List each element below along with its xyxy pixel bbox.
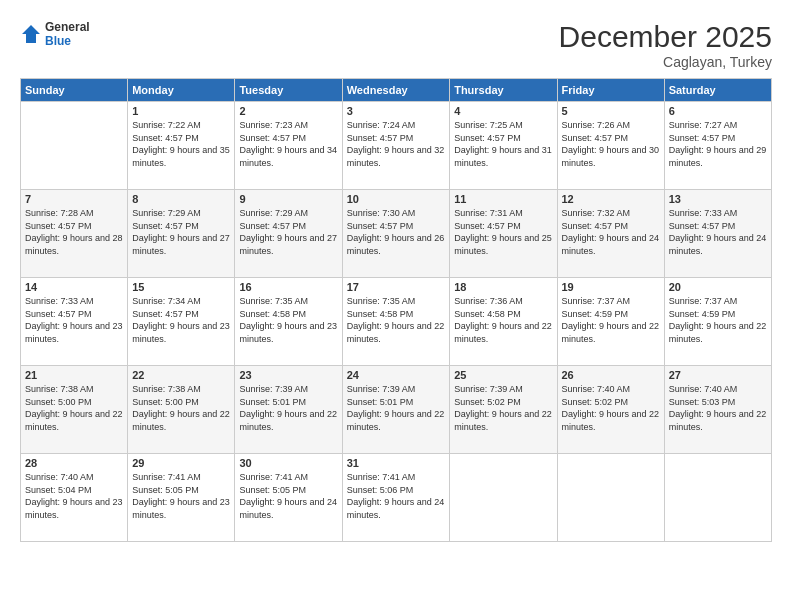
title-area: December 2025 Caglayan, Turkey: [559, 20, 772, 70]
calendar-week-row: 1 Sunrise: 7:22 AMSunset: 4:57 PMDayligh…: [21, 102, 772, 190]
calendar-day-header: Saturday: [664, 79, 771, 102]
day-info: Sunrise: 7:38 AMSunset: 5:00 PMDaylight:…: [25, 383, 123, 433]
day-info: Sunrise: 7:33 AMSunset: 4:57 PMDaylight:…: [25, 295, 123, 345]
calendar-cell: 9 Sunrise: 7:29 AMSunset: 4:57 PMDayligh…: [235, 190, 342, 278]
calendar-cell: [557, 454, 664, 542]
calendar-cell: 19 Sunrise: 7:37 AMSunset: 4:59 PMDaylig…: [557, 278, 664, 366]
calendar-table: SundayMondayTuesdayWednesdayThursdayFrid…: [20, 78, 772, 542]
day-info: Sunrise: 7:30 AMSunset: 4:57 PMDaylight:…: [347, 207, 445, 257]
day-number: 23: [239, 369, 337, 381]
day-info: Sunrise: 7:40 AMSunset: 5:02 PMDaylight:…: [562, 383, 660, 433]
calendar-cell: [664, 454, 771, 542]
day-info: Sunrise: 7:40 AMSunset: 5:03 PMDaylight:…: [669, 383, 767, 433]
calendar-cell: 7 Sunrise: 7:28 AMSunset: 4:57 PMDayligh…: [21, 190, 128, 278]
calendar-cell: 27 Sunrise: 7:40 AMSunset: 5:03 PMDaylig…: [664, 366, 771, 454]
day-info: Sunrise: 7:37 AMSunset: 4:59 PMDaylight:…: [562, 295, 660, 345]
day-info: Sunrise: 7:23 AMSunset: 4:57 PMDaylight:…: [239, 119, 337, 169]
day-number: 10: [347, 193, 445, 205]
calendar-cell: 26 Sunrise: 7:40 AMSunset: 5:02 PMDaylig…: [557, 366, 664, 454]
calendar-day-header: Monday: [128, 79, 235, 102]
day-number: 20: [669, 281, 767, 293]
calendar-cell: 3 Sunrise: 7:24 AMSunset: 4:57 PMDayligh…: [342, 102, 449, 190]
day-info: Sunrise: 7:36 AMSunset: 4:58 PMDaylight:…: [454, 295, 552, 345]
calendar-cell: 28 Sunrise: 7:40 AMSunset: 5:04 PMDaylig…: [21, 454, 128, 542]
calendar-day-header: Friday: [557, 79, 664, 102]
day-info: Sunrise: 7:27 AMSunset: 4:57 PMDaylight:…: [669, 119, 767, 169]
logo-text: General Blue: [20, 20, 90, 49]
calendar-cell: 20 Sunrise: 7:37 AMSunset: 4:59 PMDaylig…: [664, 278, 771, 366]
location-subtitle: Caglayan, Turkey: [559, 54, 772, 70]
calendar-cell: 22 Sunrise: 7:38 AMSunset: 5:00 PMDaylig…: [128, 366, 235, 454]
calendar-cell: 24 Sunrise: 7:39 AMSunset: 5:01 PMDaylig…: [342, 366, 449, 454]
calendar-week-row: 21 Sunrise: 7:38 AMSunset: 5:00 PMDaylig…: [21, 366, 772, 454]
day-number: 6: [669, 105, 767, 117]
calendar-week-row: 14 Sunrise: 7:33 AMSunset: 4:57 PMDaylig…: [21, 278, 772, 366]
calendar-cell: 30 Sunrise: 7:41 AMSunset: 5:05 PMDaylig…: [235, 454, 342, 542]
day-number: 5: [562, 105, 660, 117]
day-number: 3: [347, 105, 445, 117]
day-info: Sunrise: 7:35 AMSunset: 4:58 PMDaylight:…: [347, 295, 445, 345]
day-number: 16: [239, 281, 337, 293]
day-info: Sunrise: 7:33 AMSunset: 4:57 PMDaylight:…: [669, 207, 767, 257]
calendar-cell: 29 Sunrise: 7:41 AMSunset: 5:05 PMDaylig…: [128, 454, 235, 542]
day-number: 30: [239, 457, 337, 469]
logo-general: General: [45, 20, 90, 34]
calendar-week-row: 7 Sunrise: 7:28 AMSunset: 4:57 PMDayligh…: [21, 190, 772, 278]
day-number: 7: [25, 193, 123, 205]
day-info: Sunrise: 7:29 AMSunset: 4:57 PMDaylight:…: [132, 207, 230, 257]
calendar-cell: 6 Sunrise: 7:27 AMSunset: 4:57 PMDayligh…: [664, 102, 771, 190]
calendar-cell: [450, 454, 557, 542]
calendar-cell: 1 Sunrise: 7:22 AMSunset: 4:57 PMDayligh…: [128, 102, 235, 190]
calendar-day-header: Sunday: [21, 79, 128, 102]
calendar-cell: 2 Sunrise: 7:23 AMSunset: 4:57 PMDayligh…: [235, 102, 342, 190]
day-info: Sunrise: 7:26 AMSunset: 4:57 PMDaylight:…: [562, 119, 660, 169]
day-info: Sunrise: 7:41 AMSunset: 5:05 PMDaylight:…: [132, 471, 230, 521]
calendar-cell: 17 Sunrise: 7:35 AMSunset: 4:58 PMDaylig…: [342, 278, 449, 366]
day-info: Sunrise: 7:34 AMSunset: 4:57 PMDaylight:…: [132, 295, 230, 345]
calendar-cell: 31 Sunrise: 7:41 AMSunset: 5:06 PMDaylig…: [342, 454, 449, 542]
day-info: Sunrise: 7:39 AMSunset: 5:02 PMDaylight:…: [454, 383, 552, 433]
logo-shape: [20, 23, 42, 45]
calendar-cell: 10 Sunrise: 7:30 AMSunset: 4:57 PMDaylig…: [342, 190, 449, 278]
calendar-cell: [21, 102, 128, 190]
header: General Blue December 2025 Caglayan, Tur…: [20, 20, 772, 70]
day-number: 24: [347, 369, 445, 381]
calendar-week-row: 28 Sunrise: 7:40 AMSunset: 5:04 PMDaylig…: [21, 454, 772, 542]
calendar-cell: 8 Sunrise: 7:29 AMSunset: 4:57 PMDayligh…: [128, 190, 235, 278]
calendar-cell: 4 Sunrise: 7:25 AMSunset: 4:57 PMDayligh…: [450, 102, 557, 190]
day-number: 1: [132, 105, 230, 117]
day-info: Sunrise: 7:40 AMSunset: 5:04 PMDaylight:…: [25, 471, 123, 521]
day-number: 13: [669, 193, 767, 205]
month-title: December 2025: [559, 20, 772, 54]
logo-blue: Blue: [45, 34, 90, 48]
day-info: Sunrise: 7:38 AMSunset: 5:00 PMDaylight:…: [132, 383, 230, 433]
day-info: Sunrise: 7:28 AMSunset: 4:57 PMDaylight:…: [25, 207, 123, 257]
day-number: 17: [347, 281, 445, 293]
day-number: 25: [454, 369, 552, 381]
logo: General Blue: [20, 20, 90, 49]
day-number: 18: [454, 281, 552, 293]
calendar-cell: 18 Sunrise: 7:36 AMSunset: 4:58 PMDaylig…: [450, 278, 557, 366]
calendar-cell: 13 Sunrise: 7:33 AMSunset: 4:57 PMDaylig…: [664, 190, 771, 278]
calendar-cell: 16 Sunrise: 7:35 AMSunset: 4:58 PMDaylig…: [235, 278, 342, 366]
day-info: Sunrise: 7:39 AMSunset: 5:01 PMDaylight:…: [239, 383, 337, 433]
day-number: 8: [132, 193, 230, 205]
day-info: Sunrise: 7:32 AMSunset: 4:57 PMDaylight:…: [562, 207, 660, 257]
day-number: 4: [454, 105, 552, 117]
day-number: 22: [132, 369, 230, 381]
calendar-cell: 14 Sunrise: 7:33 AMSunset: 4:57 PMDaylig…: [21, 278, 128, 366]
calendar-cell: 23 Sunrise: 7:39 AMSunset: 5:01 PMDaylig…: [235, 366, 342, 454]
calendar-cell: 5 Sunrise: 7:26 AMSunset: 4:57 PMDayligh…: [557, 102, 664, 190]
day-number: 2: [239, 105, 337, 117]
day-number: 21: [25, 369, 123, 381]
day-info: Sunrise: 7:37 AMSunset: 4:59 PMDaylight:…: [669, 295, 767, 345]
day-info: Sunrise: 7:41 AMSunset: 5:06 PMDaylight:…: [347, 471, 445, 521]
day-number: 12: [562, 193, 660, 205]
day-number: 15: [132, 281, 230, 293]
day-info: Sunrise: 7:35 AMSunset: 4:58 PMDaylight:…: [239, 295, 337, 345]
calendar-header-row: SundayMondayTuesdayWednesdayThursdayFrid…: [21, 79, 772, 102]
day-number: 29: [132, 457, 230, 469]
day-number: 11: [454, 193, 552, 205]
calendar-cell: 25 Sunrise: 7:39 AMSunset: 5:02 PMDaylig…: [450, 366, 557, 454]
day-info: Sunrise: 7:41 AMSunset: 5:05 PMDaylight:…: [239, 471, 337, 521]
